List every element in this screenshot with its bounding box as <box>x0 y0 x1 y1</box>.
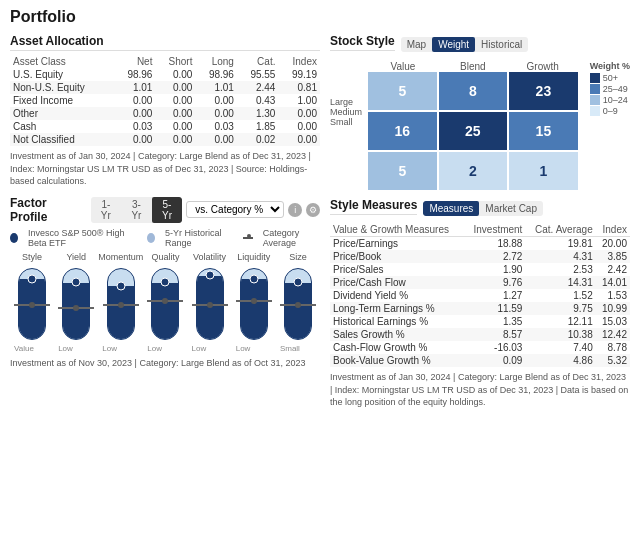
asset-table: Asset Class Net Short Long Cat. Index U.… <box>10 55 320 146</box>
factor-tab-3yr[interactable]: 3-Yr <box>121 197 152 223</box>
m-col-investment: Investment <box>465 223 526 237</box>
weight-legend-item: 50+ <box>590 73 630 83</box>
style-cell: 2 <box>439 152 508 190</box>
col-long: Long <box>195 55 237 68</box>
factor-col: Momentum Low <box>98 252 143 353</box>
table-row: Non-U.S. Equity1.010.001.012.440.81 <box>10 81 320 94</box>
factor-settings-icon[interactable]: ⚙ <box>306 203 320 217</box>
factor-tab-group[interactable]: 1-Yr 3-Yr 5-Yr <box>91 197 183 223</box>
measures-tab-measures[interactable]: Measures <box>423 201 479 216</box>
factor-col: Quality Low <box>143 252 187 353</box>
factor-tab-5yr[interactable]: 5-Yr <box>152 197 183 223</box>
factor-col: Style Value <box>10 252 54 353</box>
factor-vs-select[interactable]: vs. Category % <box>186 201 284 218</box>
weight-legend-item: 10–24 <box>590 95 630 105</box>
col-value: Value <box>368 61 438 72</box>
style-measures-title: Style Measures <box>330 198 417 215</box>
table-row: Other0.000.000.001.300.00 <box>10 107 320 120</box>
factor-col: Yield Low <box>54 252 98 353</box>
col-cat: Cat. <box>237 55 279 68</box>
table-row: Price/Cash Flow9.7614.3114.01 <box>330 276 630 289</box>
table-row: Fixed Income0.000.000.000.431.00 <box>10 94 320 107</box>
style-cell: 8 <box>439 72 508 110</box>
col-growth: Growth <box>508 61 578 72</box>
table-row: Not Classified0.000.000.000.020.00 <box>10 133 320 146</box>
col-blend: Blend <box>438 61 508 72</box>
measures-tab-marketcap[interactable]: Market Cap <box>479 201 543 216</box>
table-row: Price/Earnings18.8819.8120.00 <box>330 237 630 251</box>
weight-legend-item: 25–49 <box>590 84 630 94</box>
style-tab-map[interactable]: Map <box>401 37 432 52</box>
style-row-labels: Large Medium Small <box>330 77 362 127</box>
style-cell: 5 <box>368 152 437 190</box>
m-col-index: Index <box>596 223 630 237</box>
table-row: Book-Value Growth %0.094.865.32 <box>330 354 630 367</box>
legend-avg-line <box>243 237 253 239</box>
measures-table: Value & Growth Measures Investment Cat. … <box>330 223 630 367</box>
col-index: Index <box>278 55 320 68</box>
style-cell: 5 <box>368 72 437 110</box>
col-net: Net <box>114 55 156 68</box>
factor-profile-title: Factor Profile <box>10 196 87 224</box>
table-row: Price/Book2.724.313.85 <box>330 250 630 263</box>
measures-note: Investment as of Jan 30, 2024 | Category… <box>330 371 630 409</box>
style-cell: 25 <box>439 112 508 150</box>
table-row: U.S. Equity98.960.0098.9695.5599.19 <box>10 68 320 81</box>
legend-range-dot <box>147 233 155 243</box>
weight-legend: Weight % 50+ 25–49 10–24 0–9 <box>590 61 630 190</box>
asset-allocation-title: Asset Allocation <box>10 34 320 51</box>
factor-tab-1yr[interactable]: 1-Yr <box>91 197 122 223</box>
table-row: Cash-Flow Growth %-16.037.408.78 <box>330 341 630 354</box>
col-short: Short <box>155 55 195 68</box>
stock-style-title: Stock Style <box>330 34 395 51</box>
factor-col: Size Small <box>276 252 320 353</box>
col-asset-class: Asset Class <box>10 55 114 68</box>
table-row: Sales Growth %8.5710.3812.42 <box>330 328 630 341</box>
m-col-catavg: Cat. Average <box>525 223 595 237</box>
m-col-metric: Value & Growth Measures <box>330 223 465 237</box>
style-cell: 16 <box>368 112 437 150</box>
factor-legend: Invesco S&P 500® High Beta ETF 5-Yr Hist… <box>10 228 320 248</box>
table-row: Dividend Yield %1.271.521.53 <box>330 289 630 302</box>
page-title: Portfolio <box>10 8 630 26</box>
factor-col: Liquidity Low <box>232 252 276 353</box>
weight-legend-item: 0–9 <box>590 106 630 116</box>
style-tab-weight[interactable]: Weight <box>432 37 475 52</box>
table-row: Long-Term Earnings %11.599.7510.99 <box>330 302 630 315</box>
style-tab-group[interactable]: Map Weight Historical <box>401 37 529 52</box>
factor-note: Investment as of Nov 30, 2023 | Category… <box>10 357 320 370</box>
table-row: Cash0.030.000.031.850.00 <box>10 120 320 133</box>
legend-etf-dot <box>10 233 18 243</box>
measures-tab-group[interactable]: Measures Market Cap <box>423 201 543 216</box>
style-cell: 15 <box>509 112 578 150</box>
asset-note: Investment as of Jan 30, 2024 | Category… <box>10 150 320 188</box>
table-row: Historical Earnings %1.3512.1115.03 <box>330 315 630 328</box>
style-cell: 1 <box>509 152 578 190</box>
style-tab-historical[interactable]: Historical <box>475 37 528 52</box>
style-cell: 23 <box>509 72 578 110</box>
factor-info-icon[interactable]: i <box>288 203 302 217</box>
table-row: Price/Sales1.902.532.42 <box>330 263 630 276</box>
factor-col: Volatility Low <box>188 252 232 353</box>
